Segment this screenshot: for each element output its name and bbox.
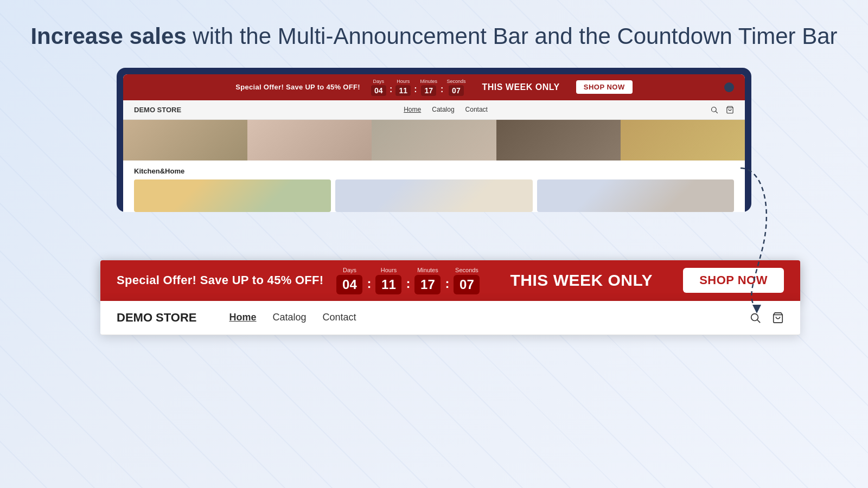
- countdown-large: Days 04 : Hours 11 : Minutes 17 : Second…: [336, 267, 480, 294]
- nav-contact-large[interactable]: Contact: [323, 312, 356, 323]
- cart-icon-small[interactable]: [726, 106, 734, 114]
- svg-point-0: [711, 107, 716, 112]
- countdown-hours-large: Hours 11: [375, 267, 401, 294]
- store-nav-links-small: Home Catalog Contact: [404, 106, 488, 113]
- nav-catalog-small[interactable]: Catalog: [432, 106, 454, 113]
- shop-now-button-small[interactable]: SHOP NOW: [576, 80, 633, 94]
- store-logo-large: DEMO STORE: [117, 311, 197, 325]
- countdown-hours-small: Hours 11: [395, 79, 411, 96]
- sep2-large: :: [405, 276, 411, 291]
- product-img-5: [621, 120, 745, 160]
- announcement-text-large: Special Offer! Save UP to 45% OFF!: [117, 273, 323, 287]
- sep2-small: :: [413, 85, 418, 94]
- svg-marker-6: [752, 305, 761, 313]
- sep3-small: :: [439, 85, 444, 94]
- bottom-img-1: [134, 179, 331, 212]
- browser-dot: [724, 82, 734, 92]
- store-nav-icons-small: [710, 106, 734, 114]
- sep1-small: :: [388, 85, 393, 94]
- product-img-3: [372, 120, 496, 160]
- sep1-large: :: [366, 276, 372, 291]
- page-heading: Increase sales with the Multi-Announceme…: [0, 0, 868, 68]
- product-img-1: [123, 120, 247, 160]
- this-week-small: THIS WEEK ONLY: [482, 82, 559, 92]
- store-nav-links-large: Home Catalog Contact: [229, 312, 356, 323]
- announcement-bar-large: Special Offer! Save UP to 45% OFF! Days …: [100, 260, 800, 301]
- countdown-days-small: Days 04: [371, 79, 386, 96]
- nav-contact-small[interactable]: Contact: [465, 106, 488, 113]
- svg-line-1: [716, 111, 717, 113]
- product-img-4: [496, 120, 621, 160]
- bottom-content: Kitchen&Home: [123, 160, 745, 212]
- announcement-text-small: Special Offer! Save UP to 45% OFF!: [235, 83, 360, 91]
- store-nav-small: DEMO STORE Home Catalog Contact: [123, 100, 745, 120]
- heading-bold: Increase sales: [30, 23, 186, 49]
- countdown-seconds-small: Seconds 07: [446, 79, 465, 96]
- bottom-img-2: [335, 179, 532, 212]
- nav-home-small[interactable]: Home: [404, 106, 421, 113]
- svg-line-4: [757, 320, 760, 323]
- countdown-small: Days 04 : Hours 11 : Minutes 17 : Second…: [371, 79, 466, 96]
- announcement-bar-small: Special Offer! Save UP to 45% OFF! Days …: [123, 74, 745, 100]
- heading-rest: with the Multi-Announcement Bar and the …: [187, 23, 838, 49]
- countdown-seconds-large: Seconds 07: [454, 267, 480, 294]
- product-images-row: [123, 120, 745, 160]
- nav-home-large[interactable]: Home: [229, 312, 257, 323]
- dashed-arrow: [730, 163, 784, 317]
- browser-mock: Special Offer! Save UP to 45% OFF! Days …: [117, 68, 751, 212]
- product-img-2: [247, 120, 372, 160]
- nav-catalog-large[interactable]: Catalog: [273, 312, 307, 323]
- this-week-large: THIS WEEK ONLY: [493, 271, 670, 290]
- store-nav-large: DEMO STORE Home Catalog Contact: [100, 301, 800, 335]
- kitchen-home-title: Kitchen&Home: [134, 167, 734, 175]
- sep3-large: :: [444, 276, 450, 291]
- bottom-img-3: [537, 179, 734, 212]
- search-icon-small[interactable]: [710, 106, 718, 114]
- countdown-days-large: Days 04: [336, 267, 362, 294]
- browser-inner: Special Offer! Save UP to 45% OFF! Days …: [123, 74, 745, 212]
- countdown-minutes-small: Minutes 17: [420, 79, 438, 96]
- store-logo-small: DEMO STORE: [134, 106, 181, 114]
- countdown-minutes-large: Minutes 17: [414, 267, 441, 294]
- bottom-images: [134, 179, 734, 212]
